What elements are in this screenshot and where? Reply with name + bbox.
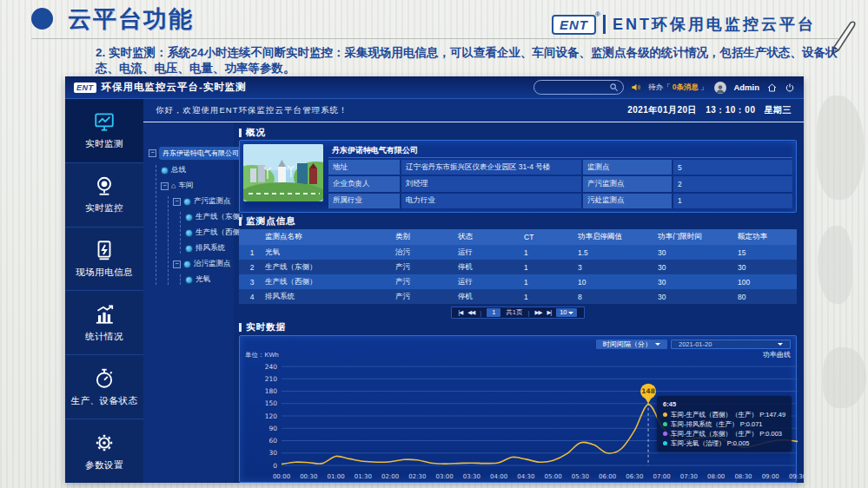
search-input[interactable] bbox=[539, 82, 609, 92]
tree-node-line-west[interactable]: 生产线（西侧） bbox=[185, 228, 232, 238]
stat-value: 5 bbox=[673, 160, 792, 175]
sidebar-item-label: 参数设置 bbox=[85, 459, 123, 472]
stat-value: 2 bbox=[673, 176, 792, 191]
field-value: 辽宁省丹东市振兴区仪表企业园区 31-4 号楼 bbox=[401, 160, 581, 175]
home-icon[interactable] bbox=[766, 82, 778, 93]
series-dot-icon bbox=[663, 441, 667, 445]
sidebar-item-site-power-info[interactable]: 现场用电信息 bbox=[65, 228, 143, 292]
interval-select[interactable]: 时间间隔（分） bbox=[596, 340, 667, 349]
sidebar-item-realtime-monitor[interactable]: 实时监测 bbox=[65, 99, 143, 163]
tree-node-bus[interactable]: 总线 bbox=[161, 165, 232, 175]
power-meter-icon bbox=[93, 239, 116, 261]
svg-text:240: 240 bbox=[265, 363, 278, 371]
speaker-icon[interactable] bbox=[631, 82, 641, 92]
stat-value: 1 bbox=[673, 194, 792, 208]
section-accent bbox=[239, 323, 242, 332]
status-value: 运行 bbox=[458, 277, 524, 287]
node-bullet-icon bbox=[161, 167, 169, 175]
search-icon[interactable] bbox=[609, 82, 619, 92]
tree-node-prod-group[interactable]: −产污监测点 bbox=[173, 196, 232, 207]
node-bullet-icon bbox=[185, 245, 193, 253]
first-page-button[interactable]: |◀ bbox=[459, 309, 463, 316]
username[interactable]: Admin bbox=[733, 82, 759, 92]
prev-page-button[interactable]: ◀◀ bbox=[467, 309, 474, 316]
app-window: ENT 环保用电监控云平台-实时监测 待办「 0条消息 」 Admin bbox=[65, 76, 804, 483]
svg-text:01:30: 01:30 bbox=[354, 473, 372, 480]
svg-text:04:30: 04:30 bbox=[517, 473, 534, 480]
tooltip-entry: 车间-光氧（治理） P:0.005 bbox=[663, 439, 785, 448]
main-content: 概况 bbox=[234, 122, 804, 483]
table-row[interactable]: 3生产线（西侧）产污运行11030100 bbox=[239, 274, 797, 289]
tooltip-entry: 车间-生产线（西侧）（生产） P:147.49 bbox=[663, 410, 785, 419]
svg-text:180: 180 bbox=[265, 387, 278, 395]
svg-text:08:00: 08:00 bbox=[707, 473, 725, 480]
avatar[interactable] bbox=[714, 82, 726, 94]
svg-text:00:30: 00:30 bbox=[300, 473, 317, 480]
titlebar-actions: 待办「 0条消息 」 Admin bbox=[533, 80, 795, 95]
series-dot-icon bbox=[663, 422, 667, 426]
sidebar-item-label: 实时监测 bbox=[85, 138, 123, 150]
monitor-chart-icon bbox=[93, 110, 116, 133]
date-select[interactable]: 2021-01-20 bbox=[671, 340, 791, 349]
tree-node-photo-oxygen[interactable]: 光氧 bbox=[185, 274, 232, 285]
sidebar-item-label: 现场用电信息 bbox=[76, 267, 133, 279]
sidebar-item-equipment-status[interactable]: 生产、设备状态 bbox=[65, 355, 143, 419]
power-icon[interactable] bbox=[785, 82, 795, 93]
sidebar-item-live-video[interactable]: 实时监控 bbox=[65, 163, 143, 228]
realtime-section-title: 实时数据 bbox=[239, 320, 797, 334]
svg-text:05:00: 05:00 bbox=[545, 473, 562, 480]
svg-text:210: 210 bbox=[265, 375, 278, 383]
realtime-panel: 时间间隔（分） 2021-01-20 单位：KWh 功率曲线 030609012… bbox=[239, 335, 797, 483]
collapse-icon[interactable]: − bbox=[161, 182, 169, 190]
stat-label: 监测点 bbox=[583, 160, 672, 175]
greeting-text: 你好，欢迎使用ENT环保监控云平台管理系统！ bbox=[156, 105, 348, 116]
node-bullet-icon bbox=[185, 229, 193, 237]
brand-name: ENT环保用电监控云平台 bbox=[613, 14, 816, 35]
tree-node-line-east[interactable]: 生产线（东侧） bbox=[185, 212, 232, 222]
svg-text:120: 120 bbox=[265, 412, 278, 420]
date-text: 2021年01月20日 bbox=[627, 104, 697, 116]
col-header: 状态 bbox=[458, 232, 524, 242]
todo-indicator[interactable]: 待办「 0条消息 」 bbox=[648, 82, 707, 93]
node-bullet-icon bbox=[183, 260, 191, 268]
collapse-icon[interactable]: − bbox=[173, 260, 181, 268]
greeting-bar: 你好，欢迎使用ENT环保监控云平台管理系统！ 2021年01月20日 13：10… bbox=[143, 99, 804, 122]
svg-text:05:30: 05:30 bbox=[572, 473, 589, 480]
svg-text:01:00: 01:00 bbox=[327, 473, 344, 480]
collapse-icon[interactable]: − bbox=[149, 149, 156, 157]
series-dot-icon bbox=[663, 412, 667, 417]
tree-root[interactable]: − 丹东伊诺特电气有限公司 bbox=[149, 147, 232, 160]
svg-text:02:00: 02:00 bbox=[381, 473, 399, 480]
tree-node-treat-group[interactable]: −治污监测点 bbox=[173, 259, 232, 269]
sidebar-item-statistics[interactable]: 统计情况 bbox=[65, 291, 143, 355]
svg-text:03:00: 03:00 bbox=[435, 473, 453, 480]
table-row[interactable]: 1光氧治污运行11.53015 bbox=[239, 245, 797, 260]
workshop-icon: ⌂ bbox=[171, 183, 176, 189]
chevron-down-icon bbox=[655, 343, 660, 346]
chevron-down-icon bbox=[568, 312, 573, 314]
svg-text:06:00: 06:00 bbox=[599, 473, 616, 480]
sidebar-item-label: 生产、设备状态 bbox=[71, 395, 138, 407]
next-page-button[interactable]: ▶▶ bbox=[534, 309, 541, 316]
col-header: 额定功率 bbox=[738, 232, 797, 242]
tree-root-label: 丹东伊诺特电气有限公司 bbox=[159, 147, 242, 160]
stopwatch-icon bbox=[93, 367, 116, 390]
table-row[interactable]: 4排风系统产污停机183080 bbox=[239, 289, 797, 304]
tree-node-exhaust[interactable]: 排风系统 bbox=[185, 243, 232, 254]
points-section-title: 监测点信息 bbox=[239, 214, 797, 228]
page-size-select[interactable]: 10 bbox=[556, 308, 577, 317]
last-page-button[interactable]: ▶| bbox=[547, 309, 551, 316]
page-header: 云平台功能 ENT® ENT环保用电监控云平台 bbox=[0, 0, 868, 42]
sidebar-item-parameter-settings[interactable]: 参数设置 bbox=[65, 419, 143, 483]
current-page[interactable]: 1 bbox=[487, 308, 500, 317]
tooltip-entry: 车间-排风系统（生产） P:0.071 bbox=[663, 419, 785, 429]
col-header: 监测点名称 bbox=[265, 232, 395, 242]
pager-divider: | bbox=[480, 309, 481, 317]
tree-node-workshop[interactable]: −⌂车间 bbox=[161, 181, 232, 191]
power-curve-chart: 030609012015018021024000:0000:3001:0001:… bbox=[245, 359, 791, 485]
window-title: 环保用电监控云平台-实时监测 bbox=[102, 81, 247, 94]
table-row[interactable]: 2生产线（东侧）产污停机133030 bbox=[239, 260, 797, 274]
collapse-icon[interactable]: − bbox=[173, 198, 181, 206]
node-bullet-icon bbox=[185, 214, 193, 221]
search-box[interactable] bbox=[533, 80, 624, 95]
